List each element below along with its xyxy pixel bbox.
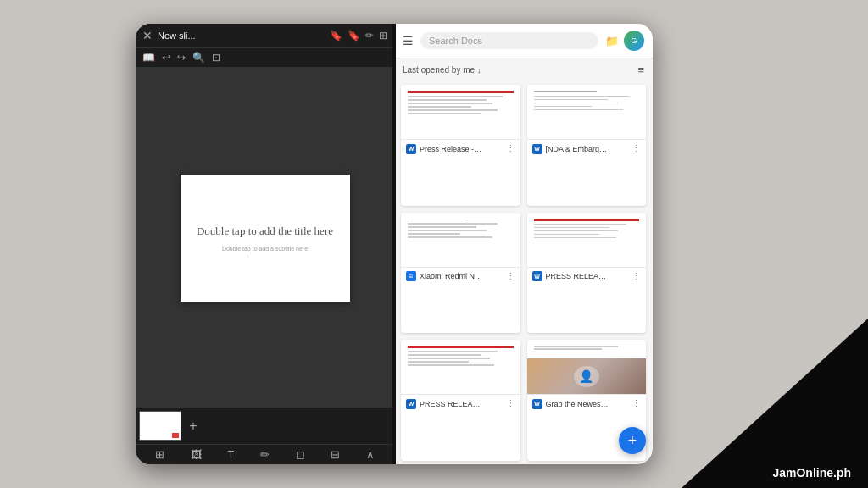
slides-toolbar-icons: 🔖 🔖 ✏ ⊞ (330, 30, 387, 42)
grab-thumb-photo: 👤 (527, 358, 647, 394)
sort-label[interactable]: Last opened by me ↓ (403, 65, 481, 75)
doc-card-5[interactable]: W PRESS RELEASE --... ⋮ (401, 340, 520, 461)
doc-thumbnail-4 (527, 213, 647, 268)
doc-info-5: W PRESS RELEASE --... ⋮ (401, 395, 520, 413)
book-icon[interactable]: 📖 (142, 52, 155, 64)
thumb-line (408, 109, 498, 111)
docs-grid: W Press Release - A... ⋮ (394, 81, 653, 464)
doc-name-5: PRESS RELEASE --... (420, 400, 483, 408)
left-screen-slides: ✕ New sli... 🔖 🔖 ✏ ⊞ 📖 ↩ ↪ 🔍 ⊡ (136, 24, 394, 464)
slides-document-title: New sli... (158, 30, 196, 41)
thumb-line (408, 364, 494, 366)
doc-info-4: W PRESS RELEASE --... ⋮ (527, 268, 647, 286)
doc-name-6: Grab the Newest Por... (546, 400, 609, 408)
grid-icon[interactable]: ⊞ (379, 30, 387, 42)
thumb-red-line-5 (408, 346, 514, 348)
slides-secondary-toolbar: 📖 ↩ ↪ 🔍 ⊡ (136, 48, 394, 68)
doc-thumb-img-3 (404, 216, 517, 263)
doc-type-word-icon-5: W (406, 399, 416, 409)
thumb-line (408, 230, 487, 231)
doc-thumbnail-2 (527, 85, 647, 140)
slide-thumbnail-1[interactable] (139, 411, 181, 441)
doc-thumbnail-6: 👤 (527, 340, 647, 395)
doc-card-2[interactable]: W [NDA & Embargo] r... ⋮ (527, 85, 647, 206)
thumb-line (408, 361, 469, 363)
thumb-line (534, 227, 610, 229)
fab-new-doc-button[interactable]: + (619, 427, 646, 454)
slide-title-placeholder[interactable]: Double tap to add the title here (197, 224, 333, 239)
doc-thumb-img-1 (404, 88, 517, 136)
doc-more-icon-4[interactable]: ⋮ (632, 271, 641, 282)
doc-type-word-icon-4: W (532, 271, 542, 281)
thumb-line (534, 348, 603, 350)
phone-hinge (392, 24, 396, 464)
doc-card-1[interactable]: W Press Release - A... ⋮ (401, 85, 520, 206)
doc-name-1: Press Release - A... (420, 145, 483, 153)
search-bar[interactable]: Search Docs (420, 32, 598, 49)
doc-more-icon-5[interactable]: ⋮ (506, 398, 515, 409)
more-icon[interactable]: ∧ (366, 448, 375, 461)
image-icon[interactable]: 🖼 (191, 448, 202, 461)
docs-header: ☰ Search Docs 📁 G (394, 24, 653, 58)
bookmark-icon[interactable]: 🔖 (330, 30, 342, 42)
hamburger-menu-icon[interactable]: ☰ (403, 34, 414, 47)
shape-icon[interactable]: ◻ (296, 448, 305, 461)
doc-info-3: ≡ Xiaomi Redmi Not... ⋮ (401, 268, 520, 286)
slides-thumbnail-strip: + (136, 408, 394, 444)
thumb-line (408, 219, 465, 220)
doc-more-icon-3[interactable]: ⋮ (506, 271, 515, 282)
redo-icon[interactable]: ↪ (177, 52, 186, 64)
pen-icon[interactable]: ✏ (365, 30, 374, 42)
doc-more-icon-1[interactable]: ⋮ (506, 143, 515, 154)
doc-more-icon-6[interactable]: ⋮ (632, 398, 641, 409)
doc-card-3[interactable]: ≡ Xiaomi Redmi Not... ⋮ (401, 213, 520, 334)
list-view-icon[interactable]: ≡ (637, 64, 644, 76)
doc-more-icon-2[interactable]: ⋮ (632, 143, 641, 154)
thumb-line (534, 224, 627, 225)
grab-thumb-avatar: 👤 (574, 366, 599, 387)
doc-thumbnail-5 (401, 340, 520, 395)
thumb-line (534, 96, 629, 97)
doc-type-word-icon: W (406, 144, 416, 154)
thumb-line (408, 223, 498, 225)
undo-icon[interactable]: ↩ (162, 52, 170, 64)
close-icon[interactable]: ✕ (142, 29, 153, 42)
thumb-line (408, 233, 460, 235)
doc-type-docs-icon-3: ≡ (406, 271, 416, 281)
thumb-line (408, 99, 487, 101)
doc-info-left-5: W PRESS RELEASE --... (406, 399, 483, 409)
doc-info-left-2: W [NDA & Embargo] r... (532, 144, 609, 154)
doc-card-4[interactable]: W PRESS RELEASE --... ⋮ (527, 213, 647, 334)
add-slide-button[interactable]: + (185, 418, 202, 435)
text-icon[interactable]: T (227, 448, 234, 461)
doc-info-left-6: W Grab the Newest Por... (532, 399, 609, 409)
slide-canvas[interactable]: Double tap to add the title here Double … (181, 175, 350, 302)
slides-footer-toolbar: ⊞ 🖼 T ✏ ◻ ⊟ ∧ (136, 444, 394, 464)
slides-toolbar-left: ✕ New sli... (142, 29, 323, 42)
sort-arrow-icon: ↓ (477, 66, 481, 75)
thumb-line (408, 358, 490, 359)
zoom-icon[interactable]: 🔍 (192, 52, 205, 64)
folder-icon[interactable]: 📁 (605, 35, 619, 47)
slide-subtitle-placeholder[interactable]: Double tap to add a subtitle here (222, 246, 308, 252)
draw-icon[interactable]: ✏ (260, 448, 270, 461)
doc-info-1: W Press Release - A... ⋮ (401, 140, 520, 158)
table-icon[interactable]: ⊟ (331, 448, 340, 461)
doc-thumbnail-3 (401, 213, 520, 268)
thumb-line (534, 230, 619, 232)
search-placeholder: Search Docs (429, 36, 482, 46)
thumb-line (408, 236, 492, 238)
thumb-line (534, 237, 616, 239)
thumb-line (534, 234, 599, 236)
avatar-initials: G (631, 36, 637, 45)
fullscreen-icon[interactable]: ⊡ (212, 52, 220, 64)
layout-icon[interactable]: ⊞ (155, 448, 164, 461)
thumb-line (534, 106, 592, 108)
doc-thumb-img-4 (531, 216, 643, 263)
thumb-line (408, 354, 481, 356)
save-icon[interactable]: 🔖 (348, 30, 360, 42)
thumb-line (408, 103, 492, 104)
user-avatar[interactable]: G (624, 30, 644, 51)
thumb-line (534, 109, 624, 111)
doc-info-left-1: W Press Release - A... (406, 144, 483, 154)
